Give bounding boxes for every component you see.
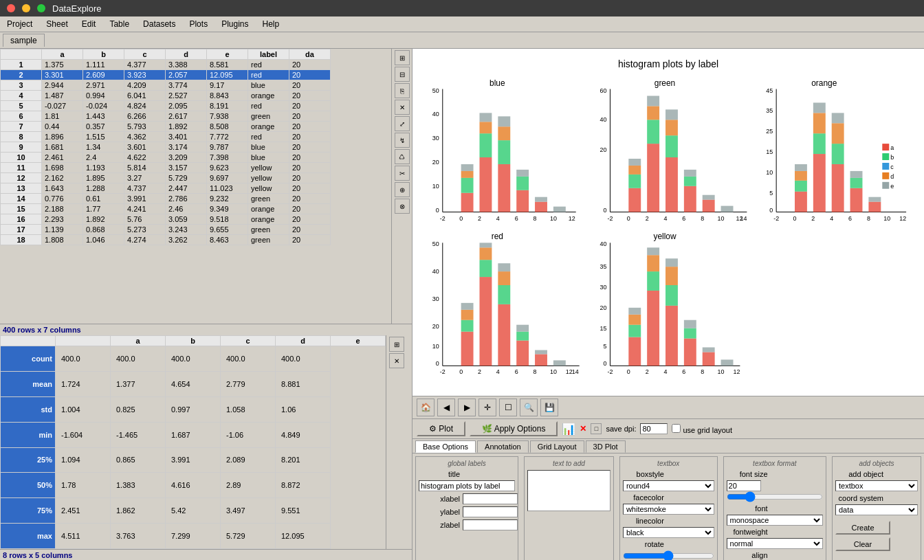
table-row[interactable]: 41.4870.9946.0412.5278.843orange20 xyxy=(1,91,331,101)
title-input[interactable] xyxy=(419,480,515,491)
font-select[interactable]: monospace xyxy=(727,515,823,526)
svg-text:4: 4 xyxy=(664,368,668,375)
rotate-slider[interactable] xyxy=(623,550,714,560)
toolbar-btn-2[interactable]: ⊟ xyxy=(395,67,410,82)
table-row[interactable]: 61.811.4436.2662.6177.938green20 xyxy=(1,111,331,122)
table-row[interactable]: 102.4612.44.6223.2097.398blue20 xyxy=(1,153,331,163)
toolbar-btn-6[interactable]: ↯ xyxy=(395,133,410,148)
save-dpi-input[interactable] xyxy=(640,423,668,434)
toolbar-btn-10[interactable]: ⊗ xyxy=(395,199,410,214)
menu-item-table[interactable]: Table xyxy=(105,18,133,30)
close-button[interactable] xyxy=(7,4,15,12)
cell-a: 2.188 xyxy=(42,204,83,214)
pan-btn[interactable]: ✛ xyxy=(478,399,496,416)
options-small-btn[interactable]: □ xyxy=(591,423,602,434)
zoom-btn[interactable]: 🔍 xyxy=(520,399,538,416)
fontweight-select[interactable]: normal xyxy=(727,538,823,549)
home-btn[interactable]: 🏠 xyxy=(417,399,434,416)
menu-item-sheet[interactable]: Sheet xyxy=(42,18,72,30)
stats-tb-2[interactable]: ✕ xyxy=(389,353,404,368)
cell-label: red xyxy=(248,101,289,111)
stats-row-label: 75% xyxy=(1,498,56,524)
table-row[interactable]: 32.9442.9714.2093.7749.17blue20 xyxy=(1,80,331,91)
add-object-select[interactable]: textbox xyxy=(835,480,918,491)
menu-item-edit[interactable]: Edit xyxy=(78,18,100,30)
cell-e: 9.232 xyxy=(207,194,248,204)
forward-btn[interactable]: ▶ xyxy=(458,399,476,416)
table-row[interactable]: 91.6811.343.6013.1749.787blue20 xyxy=(1,142,331,153)
save-plot-btn[interactable]: 💾 xyxy=(540,399,558,416)
text-to-add-textarea[interactable] xyxy=(527,470,610,511)
remove-btn[interactable]: ✕ xyxy=(580,424,586,434)
toolbar-btn-1[interactable]: ⊞ xyxy=(395,50,410,65)
cell-d: 3.174 xyxy=(166,142,207,153)
stats-row: 75%2.4511.8625.423.4979.551 xyxy=(1,498,386,524)
menu-item-plugins[interactable]: Plugins xyxy=(217,18,252,30)
svg-rect-53 xyxy=(628,175,641,188)
menu-item-help[interactable]: Help xyxy=(258,18,284,30)
table-row[interactable]: 23.3012.6093.9232.05712.095red20 xyxy=(1,70,331,80)
toolbar-btn-4[interactable]: ✕ xyxy=(395,100,410,115)
maximize-button[interactable] xyxy=(37,4,45,12)
svg-text:-2: -2 xyxy=(440,215,446,222)
table-row[interactable]: 122.1621.8953.275.7299.697yellow20 xyxy=(1,173,331,183)
cell-a: 1.643 xyxy=(42,183,83,194)
ylabel-input[interactable] xyxy=(463,506,518,517)
linecolor-select[interactable]: black xyxy=(623,527,714,538)
minimize-button[interactable] xyxy=(22,4,30,12)
font-size-input[interactable] xyxy=(727,480,761,491)
tab-grid-layout[interactable]: Grid Layout xyxy=(530,440,584,453)
table-row[interactable]: 5-0.027-0.0244.8242.0958.191red20 xyxy=(1,101,331,111)
cell-c: 3.991 xyxy=(124,194,166,204)
font-size-slider[interactable] xyxy=(727,491,823,502)
stats-table-wrapper[interactable]: abcde count400.0400.0400.0400.0400.0mean… xyxy=(0,335,412,549)
zlabel-input[interactable] xyxy=(463,519,518,530)
svg-text:6: 6 xyxy=(515,215,518,222)
toolbar-btn-9[interactable]: ⊕ xyxy=(395,182,410,197)
create-button[interactable]: Create xyxy=(835,521,890,535)
toolbar-btn-3[interactable]: ⎘ xyxy=(395,83,410,98)
toolbar-btn-5[interactable]: ⤢ xyxy=(395,116,410,131)
select-btn[interactable]: ☐ xyxy=(499,399,517,416)
xlabel-input[interactable] xyxy=(463,493,518,504)
data-table: abcdelabelda 11.3751.1114.3773.3888.581r… xyxy=(0,49,331,245)
facecolor-select[interactable]: whitesmoke xyxy=(623,504,714,515)
menu-item-datasets[interactable]: Datasets xyxy=(139,18,179,30)
stats-tb-1[interactable]: ⊞ xyxy=(389,337,404,352)
tab-annotation[interactable]: Annotation xyxy=(477,440,529,453)
table-row[interactable]: 152.1881.774.2412.469.349orange20 xyxy=(1,204,331,214)
menu-item-plots[interactable]: Plots xyxy=(185,18,212,30)
table-row[interactable]: 181.8081.0464.2743.2628.463green20 xyxy=(1,235,331,245)
boxstyle-select[interactable]: round4 xyxy=(623,480,714,491)
cell-c: 5.76 xyxy=(124,214,166,225)
table-row[interactable]: 131.6431.2884.7372.44711.023yellow20 xyxy=(1,183,331,194)
table-row[interactable]: 111.6981.1935.8143.1579.623yellow20 xyxy=(1,163,331,173)
tab-sample[interactable]: sample xyxy=(3,34,45,47)
toolbar-btn-7[interactable]: ♺ xyxy=(395,149,410,164)
table-row[interactable]: 140.7760.613.9912.7869.232green20 xyxy=(1,194,331,204)
table-row[interactable]: 162.2931.8925.763.0599.518orange20 xyxy=(1,214,331,225)
stats-cell: 4.654 xyxy=(166,371,221,396)
tab-3d-plot[interactable]: 3D Plot xyxy=(586,440,626,453)
back-btn[interactable]: ◀ xyxy=(437,399,455,416)
clear-button[interactable]: Clear xyxy=(835,537,890,551)
coord-system-select[interactable]: data xyxy=(835,504,918,515)
cell-da: 20 xyxy=(289,142,331,153)
table-row[interactable]: 11.3751.1114.3773.3888.581red20 xyxy=(1,60,331,70)
use-grid-checkbox[interactable] xyxy=(672,424,681,433)
svg-rect-92 xyxy=(813,154,826,212)
data-table-wrapper[interactable]: abcdelabelda 11.3751.1114.3773.3888.581r… xyxy=(0,49,391,324)
plot-button-label: ⚙ Plot xyxy=(429,424,453,434)
table-row[interactable]: 70.440.3575.7931.8928.508orange20 xyxy=(1,122,331,132)
svg-rect-170 xyxy=(628,325,641,337)
menu-item-project[interactable]: Project xyxy=(3,18,36,30)
apply-options-button[interactable]: 🌿 Apply Options xyxy=(470,421,558,436)
svg-text:14: 14 xyxy=(740,215,747,222)
plot-button[interactable]: ⚙ Plot xyxy=(417,421,465,436)
tab-base-options[interactable]: Base Options xyxy=(415,440,476,453)
table-row[interactable]: 171.1390.8685.2733.2439.655green20 xyxy=(1,225,331,235)
table-row[interactable]: 81.8961.5154.3623.4017.772red20 xyxy=(1,132,331,142)
cell-da: 20 xyxy=(289,225,331,235)
toolbar-btn-8[interactable]: ✂ xyxy=(395,166,410,181)
textbox-format-title: textbox format xyxy=(727,460,823,467)
